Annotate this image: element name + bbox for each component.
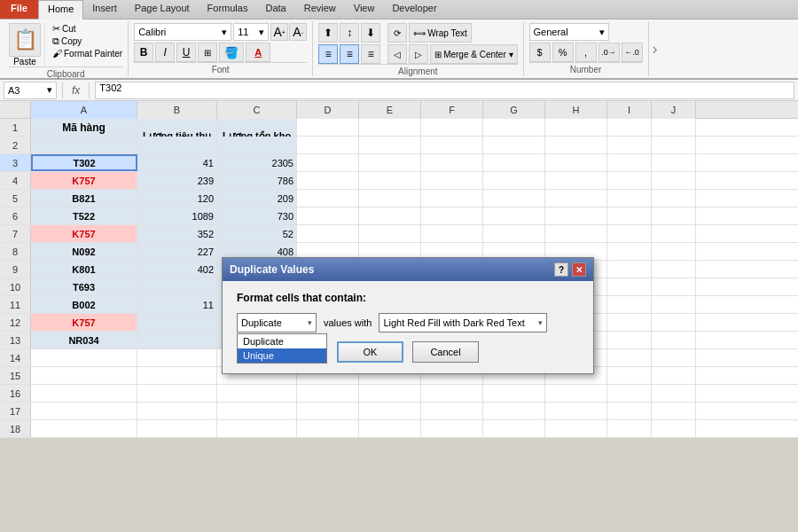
cell-g2[interactable] — [483, 137, 545, 153]
percent-button[interactable]: % — [552, 43, 574, 62]
cell-a4[interactable]: K757 — [31, 172, 137, 189]
cell-e18[interactable] — [359, 420, 421, 437]
cell-c17[interactable] — [217, 403, 297, 419]
comma-button[interactable]: , — [575, 43, 597, 62]
col-header-j[interactable]: J — [652, 101, 696, 119]
cell-b17[interactable] — [137, 403, 217, 419]
cell-e6[interactable] — [359, 207, 421, 224]
cell-i7[interactable] — [607, 225, 652, 242]
cell-h17[interactable] — [545, 403, 607, 419]
cell-g7[interactable] — [483, 225, 545, 242]
cancel-button[interactable]: Cancel — [412, 341, 479, 363]
col-header-i[interactable]: I — [607, 101, 652, 119]
cell-a15[interactable] — [31, 367, 137, 384]
underline-button[interactable]: U — [176, 43, 196, 62]
cell-a2[interactable] — [31, 137, 137, 153]
col-header-g[interactable]: G — [483, 101, 545, 119]
number-format-dropdown[interactable]: General ▾ — [529, 23, 609, 41]
cell-g5[interactable] — [483, 190, 545, 207]
cell-e17[interactable] — [359, 403, 421, 419]
cell-d16[interactable] — [297, 385, 359, 402]
cell-b18[interactable] — [137, 420, 217, 437]
cell-e1[interactable] — [359, 119, 421, 136]
col-header-a[interactable]: A — [31, 101, 137, 119]
cell-c18[interactable] — [217, 420, 297, 437]
cell-e3[interactable] — [359, 154, 421, 171]
increase-decimal-button[interactable]: .0→ — [598, 43, 620, 62]
cell-c4[interactable]: 786 — [217, 172, 297, 189]
cell-b16[interactable] — [137, 385, 217, 402]
cell-b14[interactable] — [137, 349, 217, 366]
cell-i10[interactable] — [607, 278, 652, 295]
col-header-c[interactable]: C — [217, 101, 297, 119]
align-middle-button[interactable]: ↕ — [340, 23, 359, 43]
tab-file[interactable]: File — [0, 0, 38, 19]
cell-c6[interactable]: 730 — [217, 207, 297, 224]
cell-c2[interactable] — [217, 137, 297, 153]
cell-a18[interactable] — [31, 420, 137, 437]
cell-j15[interactable] — [652, 367, 696, 384]
cell-g18[interactable] — [483, 420, 545, 437]
cell-i4[interactable] — [607, 172, 652, 189]
cell-i2[interactable] — [607, 137, 652, 153]
cell-h3[interactable] — [545, 154, 607, 171]
align-center-button[interactable]: ≡ — [340, 44, 359, 64]
cell-d5[interactable] — [297, 190, 359, 207]
format-style-select[interactable]: Light Red Fill with Dark Red Text ▾ — [379, 313, 547, 332]
cell-i3[interactable] — [607, 154, 652, 171]
cell-h5[interactable] — [545, 190, 607, 207]
cell-d17[interactable] — [297, 403, 359, 419]
cell-g1[interactable] — [483, 119, 545, 136]
merge-center-button[interactable]: ⊞ Merge & Center ▾ — [430, 44, 517, 64]
cell-d1[interactable] — [297, 119, 359, 136]
cell-d7[interactable] — [297, 225, 359, 242]
cell-e5[interactable] — [359, 190, 421, 207]
formula-input[interactable]: T302 — [95, 82, 794, 99]
ok-button[interactable]: OK — [337, 341, 403, 363]
tab-data[interactable]: Data — [256, 0, 294, 19]
cell-c3[interactable]: 2305 — [217, 154, 297, 171]
cell-j8[interactable] — [652, 243, 696, 260]
cell-i15[interactable] — [607, 367, 652, 384]
cell-g17[interactable] — [483, 403, 545, 419]
cell-b8[interactable]: 227 — [137, 243, 217, 260]
text-angle-button[interactable]: ⟳ — [387, 23, 407, 43]
cell-j10[interactable] — [652, 278, 696, 295]
cell-c16[interactable] — [217, 385, 297, 402]
increase-font-size-button[interactable]: A+ — [270, 23, 288, 41]
cell-h6[interactable] — [545, 207, 607, 224]
cell-d18[interactable] — [297, 420, 359, 437]
dropdown-unique-option[interactable]: Unique — [238, 348, 326, 363]
wrap-text-button[interactable]: ⟺ Wrap Text — [409, 23, 472, 43]
cell-b7[interactable]: 352 — [137, 225, 217, 242]
cell-j11[interactable] — [652, 296, 696, 313]
indent-decrease-button[interactable]: ◁ — [387, 44, 407, 64]
paste-button[interactable]: 📋 Paste — [9, 23, 41, 66]
tab-formulas[interactable]: Formulas — [199, 0, 257, 19]
cell-b9[interactable]: 402 — [137, 261, 217, 278]
align-right-button[interactable]: ≡ — [361, 44, 380, 64]
cell-f1[interactable] — [421, 119, 483, 136]
align-bottom-button[interactable]: ⬇ — [361, 23, 380, 43]
cell-a10[interactable]: T693 — [31, 278, 137, 295]
align-left-button[interactable]: ≡ — [318, 44, 338, 64]
font-color-button[interactable]: A — [246, 43, 270, 62]
cell-h16[interactable] — [545, 385, 607, 402]
cell-j18[interactable] — [652, 420, 696, 437]
cell-f3[interactable] — [421, 154, 483, 171]
cell-j1[interactable] — [652, 119, 696, 136]
cell-d4[interactable] — [297, 172, 359, 189]
cell-j7[interactable] — [652, 225, 696, 242]
cell-i5[interactable] — [607, 190, 652, 207]
cell-f4[interactable] — [421, 172, 483, 189]
currency-button[interactable]: $ — [529, 43, 551, 62]
cell-e7[interactable] — [359, 225, 421, 242]
cell-b5[interactable]: 120 — [137, 190, 217, 207]
cell-b15[interactable] — [137, 367, 217, 384]
cell-reference-box[interactable]: A3 ▾ — [4, 82, 57, 99]
fill-color-button[interactable]: 🪣 — [219, 43, 244, 62]
tab-home[interactable]: Home — [38, 0, 83, 20]
cell-b12[interactable] — [137, 314, 217, 331]
cell-i14[interactable] — [607, 349, 652, 366]
cell-d6[interactable] — [297, 207, 359, 224]
